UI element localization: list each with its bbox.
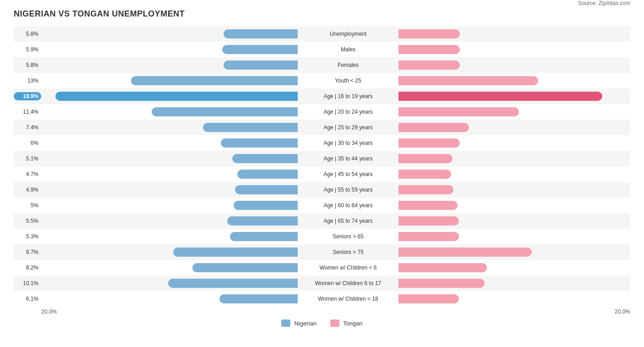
nigerian-bar [192, 263, 298, 272]
row-label: Age | 55 to 59 years [298, 187, 398, 193]
tongan-bar [398, 170, 451, 179]
data-row: 6%Age | 30 to 34 years4.8% [14, 135, 630, 151]
nigerian-value: 5.3% [14, 233, 41, 240]
data-row: 5%Age | 60 to 64 years4.6% [14, 198, 630, 213]
nigerian-bar [221, 138, 298, 148]
nigerian-bar [219, 294, 298, 303]
data-row: 5.9%Males4.8% [14, 42, 630, 57]
data-row: 5.8%Females4.8% [14, 57, 630, 73]
tongan-bar [398, 263, 487, 272]
row-label: Age | 65 to 74 years [298, 218, 398, 224]
data-row: 9.7%Seniors > 7510.4% [14, 244, 630, 260]
legend-nigerian-label: Nigerian [294, 320, 316, 327]
chart-container: NIGERIAN VS TONGAN UNEMPLOYMENT Source: … [0, 0, 644, 341]
legend-tongan: Tongan [330, 319, 363, 327]
data-row: 5.1%Age | 35 to 44 years4.2% [14, 151, 630, 166]
nigerian-bar [131, 76, 298, 85]
legend-nigerian-box [281, 319, 290, 327]
data-row: 11.4%Age | 20 to 24 years9.4% [14, 104, 630, 120]
row-label: Age | 45 to 54 years [298, 171, 398, 177]
legend-tongan-box [330, 319, 339, 327]
row-label: Age | 25 to 29 years [298, 124, 398, 131]
nigerian-value: 18.9% [14, 92, 41, 100]
nigerian-value: 6.1% [14, 296, 41, 302]
nigerian-bar [232, 154, 298, 163]
nigerian-bar [235, 185, 298, 194]
tongan-bar [398, 123, 469, 132]
nigerian-value: 4.9% [14, 187, 41, 193]
nigerian-value: 5.8% [14, 31, 41, 37]
row-label: Women w/ Children < 6 [298, 264, 398, 271]
nigerian-value: 9.7% [14, 249, 41, 255]
row-label: Age | 16 to 19 years [298, 93, 398, 99]
chart-title: NIGERIAN VS TONGAN UNEMPLOYMENT [14, 9, 185, 19]
nigerian-value: 5.5% [14, 218, 41, 224]
nigerian-value: 5.8% [14, 62, 41, 68]
nigerian-bar [224, 29, 298, 39]
axis-left-label: 20.0% [41, 308, 57, 315]
nigerian-bar [168, 279, 298, 288]
row-label: Youth < 25 [298, 77, 398, 84]
tongan-bar [398, 279, 485, 288]
row-label: Women w/ Children < 18 [298, 296, 398, 302]
nigerian-bar [203, 123, 298, 132]
tongan-bar [398, 61, 460, 70]
row-label: Women w/ Children 6 to 17 [298, 280, 398, 286]
nigerian-bar [55, 92, 298, 101]
axis-right-label: 20.0% [615, 308, 630, 315]
data-row: 18.9%Age | 16 to 19 years15.9% [14, 88, 630, 104]
nigerian-value: 5% [14, 202, 41, 209]
row-label: Females [298, 62, 398, 68]
row-label: Age | 60 to 64 years [298, 202, 398, 209]
legend-tongan-label: Tongan [343, 320, 363, 327]
tongan-bar [398, 248, 532, 257]
tongan-bar [398, 154, 453, 163]
nigerian-value: 11.4% [14, 109, 41, 115]
row-label: Age | 35 to 44 years [298, 155, 398, 162]
row-label: Unemployment [298, 31, 398, 37]
data-row: 4.9%Age | 55 to 59 years4.3% [14, 182, 630, 198]
nigerian-bar [227, 216, 298, 226]
tongan-bar [398, 216, 459, 226]
data-row: 13%Youth < 2510.9% [14, 73, 630, 88]
nigerian-value: 8.2% [14, 264, 41, 271]
tongan-bar [398, 76, 538, 85]
data-row: 8.2%Women w/ Children < 66.9% [14, 260, 630, 275]
data-row: 7.4%Age | 25 to 29 years5.5% [14, 120, 630, 135]
tongan-bar [398, 29, 460, 39]
tongan-bar [398, 45, 460, 54]
nigerian-bar [152, 107, 298, 116]
tongan-bar [398, 201, 458, 210]
legend-nigerian: Nigerian [281, 319, 316, 327]
tongan-bar [398, 185, 453, 194]
nigerian-value: 5.9% [14, 46, 41, 53]
data-row: 5.3%Seniors > 654.7% [14, 229, 630, 244]
row-label: Males [298, 46, 398, 53]
axis-row: 20.0% 20.0% [14, 308, 630, 315]
nigerian-value: 10.1% [14, 280, 41, 286]
tongan-bar [398, 138, 460, 148]
nigerian-bar [230, 232, 298, 241]
data-row: 10.1%Women w/ Children 6 to 176.7% [14, 275, 630, 291]
legend: Nigerian Tongan [14, 319, 630, 327]
tongan-bar [398, 294, 459, 303]
chart-grid: 5.8%Unemployment4.8%5.9%Males4.8%5.8%Fem… [14, 26, 630, 307]
chart-source: Source: ZipAtlas.com [578, 0, 630, 6]
data-row: 5.5%Age | 65 to 74 years4.7% [14, 213, 630, 229]
nigerian-value: 13% [14, 77, 41, 84]
data-row: 5.8%Unemployment4.8% [14, 26, 630, 42]
nigerian-bar [173, 248, 298, 257]
nigerian-value: 4.7% [14, 171, 41, 177]
nigerian-bar [224, 61, 298, 70]
data-row: 6.1%Women w/ Children < 184.7% [14, 291, 630, 307]
nigerian-bar [234, 201, 298, 210]
nigerian-value: 7.4% [14, 124, 41, 131]
row-label: Seniors > 65 [298, 233, 398, 240]
nigerian-value: 6% [14, 140, 41, 146]
row-label: Age | 20 to 24 years [298, 109, 398, 115]
nigerian-bar [222, 45, 298, 54]
nigerian-value: 5.1% [14, 155, 41, 162]
nigerian-bar [237, 170, 298, 179]
tongan-bar [398, 107, 519, 116]
tongan-bar [398, 232, 459, 241]
